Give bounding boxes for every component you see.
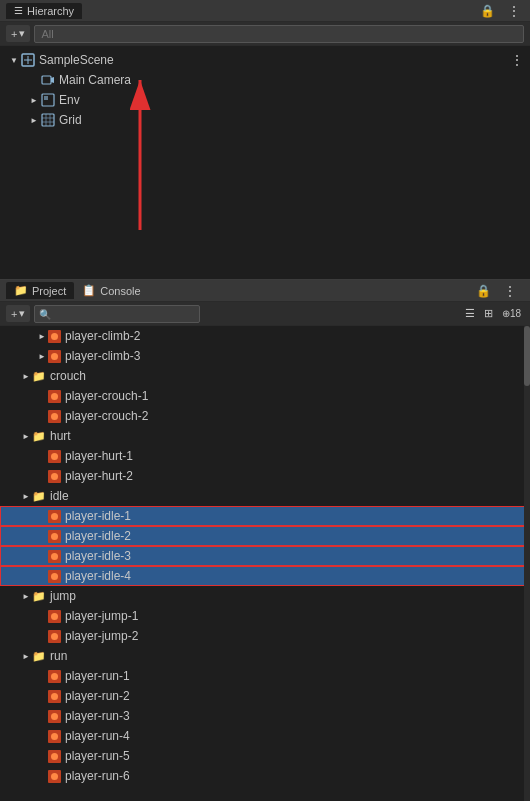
hierarchy-lock-button[interactable]: 🔒 [477,3,498,19]
anim-icon [48,710,61,723]
list-item[interactable]: 📁 hurt [0,426,530,446]
item-arrow [20,650,32,662]
list-item[interactable]: player-idle-1 [0,506,530,526]
item-label: player-jump-1 [65,609,138,623]
list-item[interactable]: player-climb-2 [0,326,530,346]
env-item[interactable]: Env [0,90,530,110]
anim-icon [48,670,61,683]
project-view-tools: ☰ ⊞ ⊕18 [462,306,524,321]
list-item[interactable]: player-climb-3 [0,346,530,366]
console-tab-label: Console [100,285,140,297]
grid-item[interactable]: Grid [0,110,530,130]
add-label: + [11,28,17,40]
anim-icon [48,350,61,363]
project-tab[interactable]: 📁 Project [6,282,74,299]
list-item[interactable]: player-crouch-2 [0,406,530,426]
svg-marker-2 [51,77,54,83]
list-item[interactable]: player-run-5 [0,746,530,766]
scene-icon [20,52,36,68]
anim-icon [48,470,61,483]
item-label: crouch [50,369,86,383]
item-label: player-climb-3 [65,349,140,363]
hierarchy-add-button[interactable]: + ▾ [6,25,30,42]
folder-icon: 📁 [32,650,46,663]
folder-icon: 📁 [32,370,46,383]
anim-icon [48,530,61,543]
anim-icon [48,410,61,423]
project-menu-button[interactable]: ⋮ [500,282,520,300]
hierarchy-search-input[interactable] [34,25,524,43]
anim-icon [48,770,61,783]
anim-icon [48,750,61,763]
project-grid-view-button[interactable]: ⊞ [481,306,496,321]
item-arrow [20,590,32,602]
project-add-label: + [11,308,17,320]
anim-icon [48,450,61,463]
main-camera-item[interactable]: Main Camera [0,70,530,90]
list-item[interactable]: 📁 idle [0,486,530,506]
anim-icon [48,550,61,563]
main-camera-label: Main Camera [59,73,131,87]
anim-icon [48,630,61,643]
hierarchy-tab[interactable]: ☰ Hierarchy [6,3,82,19]
list-item[interactable]: player-run-1 [0,666,530,686]
item-label: player-run-6 [65,769,130,783]
list-item[interactable]: player-hurt-1 [0,446,530,466]
item-arrow [20,430,32,442]
item-arrow [20,370,32,382]
folder-icon: 📁 [32,590,46,603]
list-item[interactable]: 📁 jump [0,586,530,606]
item-label: jump [50,589,76,603]
hierarchy-tab-bar: ☰ Hierarchy 🔒 ⋮ [0,0,530,22]
list-item[interactable]: player-run-4 [0,726,530,746]
hierarchy-tab-label: Hierarchy [27,5,74,17]
anim-icon [48,730,61,743]
hierarchy-menu-button[interactable]: ⋮ [504,2,524,20]
scene-menu-icon[interactable]: ⋮ [510,52,530,68]
anim-icon [48,390,61,403]
list-item[interactable]: player-hurt-2 [0,466,530,486]
list-item[interactable]: player-run-2 [0,686,530,706]
anim-icon [48,330,61,343]
project-tab-label: Project [32,285,66,297]
hierarchy-toolbar: + ▾ [0,22,530,46]
list-item[interactable]: player-idle-2 [0,526,530,546]
grid-icon [40,112,56,128]
env-label: Env [59,93,80,107]
project-toolbar: + ▾ 🔍 ☰ ⊞ ⊕18 [0,302,530,326]
item-label: player-crouch-1 [65,389,148,403]
folder-icon: 📁 [32,490,46,503]
list-item[interactable]: player-run-6 [0,766,530,786]
scrollbar-thumb[interactable] [524,326,530,386]
list-item[interactable]: player-crouch-1 [0,386,530,406]
list-item[interactable]: player-idle-3 [0,546,530,566]
project-zoom-level: ⊕18 [499,307,524,320]
list-item[interactable]: 📁 crouch [0,366,530,386]
anim-icon [48,570,61,583]
list-item[interactable]: player-jump-1 [0,606,530,626]
project-search-wrap: 🔍 [34,305,457,323]
item-label: player-run-4 [65,729,130,743]
list-item[interactable]: player-jump-2 [0,626,530,646]
item-label: player-run-5 [65,749,130,763]
list-item[interactable]: player-run-3 [0,706,530,726]
scene-item[interactable]: SampleScene ⋮ [0,50,530,70]
item-label: player-crouch-2 [65,409,148,423]
env-icon [40,92,56,108]
item-arrow [20,490,32,502]
svg-rect-1 [42,76,51,84]
item-arrow [36,350,48,362]
project-add-button[interactable]: + ▾ [6,305,30,322]
project-add-dropdown: ▾ [19,307,25,320]
grid-label: Grid [59,113,82,127]
folder-icon: 📁 [32,430,46,443]
list-item[interactable]: 📁 run [0,646,530,666]
project-lock-button[interactable]: 🔒 [473,283,494,299]
project-list-view-button[interactable]: ☰ [462,306,478,321]
hierarchy-tab-icon: ☰ [14,5,23,16]
camera-icon [40,72,56,88]
hierarchy-panel: ☰ Hierarchy 🔒 ⋮ + ▾ SampleScene ⋮ [0,0,530,280]
list-item[interactable]: player-idle-4 [0,566,530,586]
console-tab[interactable]: 📋 Console [74,282,148,299]
project-search-input[interactable] [34,305,200,323]
